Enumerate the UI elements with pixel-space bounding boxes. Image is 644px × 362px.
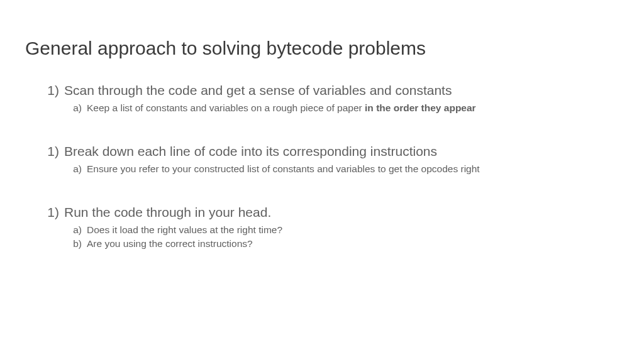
sub-text: Keep a list of constants and variables o…: [87, 101, 476, 115]
sub-list-item: b) Are you using the correct instruction…: [69, 237, 619, 251]
sub-list: a) Keep a list of constants and variable…: [44, 101, 619, 115]
item-marker: 1): [44, 143, 64, 160]
sub-list: a) Does it load the right values at the …: [44, 223, 619, 250]
sub-list-item: a) Keep a list of constants and variable…: [69, 101, 619, 115]
slide-title: General approach to solving bytecode pro…: [25, 38, 619, 59]
main-list: 1) Scan through the code and get a sense…: [25, 82, 619, 251]
sub-text: Are you using the correct instructions?: [87, 237, 253, 251]
sub-list: a) Ensure you refer to your constructed …: [44, 162, 619, 176]
sub-marker: b): [69, 237, 87, 251]
item-text: Scan through the code and get a sense of…: [64, 82, 452, 99]
list-item: 1) Break down each line of code into its…: [44, 143, 619, 176]
item-marker: 1): [44, 82, 64, 99]
sub-text: Ensure you refer to your constructed lis…: [87, 162, 480, 176]
sub-list-item: a) Does it load the right values at the …: [69, 223, 619, 237]
item-marker: 1): [44, 204, 64, 221]
sub-marker: a): [69, 101, 87, 115]
sub-text: Does it load the right values at the rig…: [87, 223, 282, 237]
sub-marker: a): [69, 223, 87, 237]
list-item: 1) Run the code through in your head. a)…: [44, 204, 619, 251]
sub-list-item: a) Ensure you refer to your constructed …: [69, 162, 619, 176]
item-text: Break down each line of code into its co…: [64, 143, 437, 160]
sub-marker: a): [69, 162, 87, 176]
list-item: 1) Scan through the code and get a sense…: [44, 82, 619, 115]
item-text: Run the code through in your head.: [64, 204, 271, 221]
